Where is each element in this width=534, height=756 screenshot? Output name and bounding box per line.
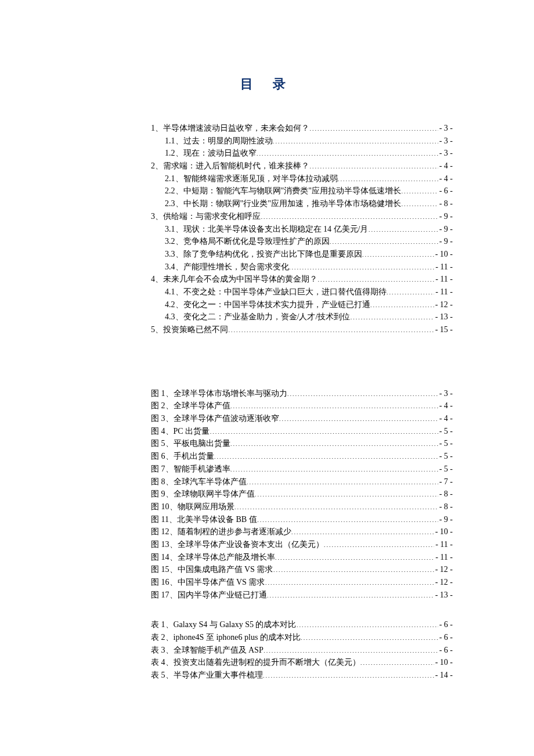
toc-entry: 图 2、全球半导体产值 - 4 - (151, 399, 453, 412)
toc-entry-label: 图 8、全球汽车半导体产值 (151, 476, 247, 488)
toc-entry-label: 表 5、半导体产业重大事件梳理 (151, 669, 263, 682)
toc-dots (230, 463, 438, 471)
toc-entry: 图 10、物联网应用场景 - 8 - (151, 501, 453, 513)
toc-dots (234, 501, 438, 509)
toc-entry-label: 图 3、全球半导体产值波动逐渐收窄 (151, 412, 279, 425)
toc-dots (267, 589, 434, 597)
toc-entry-page: - 5 - (438, 425, 453, 438)
toc-entry-label: 4、未来几年会不会成为中国半导体的黄金期？ (151, 273, 317, 286)
section-gap-small (151, 601, 453, 618)
toc-entry-page: - 8 - (438, 488, 453, 501)
toc-dots (360, 657, 434, 665)
toc-entry-page: - 6 - (438, 185, 453, 197)
toc-entry-label: 1、半导体增速波动日益收窄，未来会如何？ (151, 122, 309, 135)
toc-entry: 1、半导体增速波动日益收窄，未来会如何？ - 3 - (151, 122, 453, 135)
toc-entry-label: 3.4、产能理性增长，契合需求变化 (165, 261, 289, 273)
toc-entry-page: - 11 - (434, 551, 453, 564)
toc-entry: 2.1、智能终端需求逐渐见顶，对半导体拉动减弱 - 4 - (151, 172, 453, 185)
toc-entry-page: - 11 - (434, 286, 453, 298)
toc-entry: 图 7、智能手机渗透率 - 5 - (151, 463, 453, 476)
toc-entry-page: - 3 - (438, 135, 453, 147)
toc-entry: 图 4、PC 出货量 - 5 - (151, 425, 453, 438)
toc-entry-page: - 12 - (434, 298, 453, 311)
toc-dots (247, 476, 438, 484)
toc-entry: 4.2、变化之一：中国半导体技术实力提升，产业链已打通 - 12 - (151, 298, 453, 311)
toc-dots (255, 488, 438, 496)
toc-entry: 图 15、中国集成电路产值 VS 需求 - 12 - (151, 563, 453, 576)
toc-entry-page: - 12 - (434, 563, 453, 576)
toc-entry-page: - 3 - (438, 387, 453, 400)
toc-entry-page: - 5 - (438, 450, 453, 463)
toc-dots (330, 236, 438, 244)
toc-entry: 图 8、全球汽车半导体产值 - 7 - (151, 476, 453, 488)
toc-dots (324, 539, 435, 547)
toc-dots (273, 564, 434, 572)
toc-entry-page: - 5 - (438, 437, 453, 450)
toc-entry-page: - 10 - (434, 525, 453, 538)
toc-entry: 3.2、竞争格局不断优化是导致理性扩产的原因 - 9 - (151, 235, 453, 248)
toc-entry-page: - 3 - (438, 147, 453, 160)
toc-entry: 1.2、现在：波动日益收窄 - 3 - (151, 147, 453, 160)
toc-entry-label: 图 12、随着制程的进步参与者逐渐减少 (151, 525, 291, 538)
toc-dots (210, 426, 438, 434)
toc-entry-label: 图 1、全球半导体市场增长率与驱动力 (151, 387, 287, 400)
toc-dots (309, 160, 438, 168)
toc-entry-page: - 12 - (434, 576, 453, 589)
toc-dots (275, 552, 435, 560)
toc-entry-label: 表 3、全球智能手机产值及 ASP (151, 644, 264, 657)
toc-dots (387, 286, 435, 294)
toc-entry-page: - 9 - (438, 223, 453, 236)
toc-entry-label: 图 17、国内半导体产业链已打通 (151, 589, 267, 602)
toc-entry-label: 表 4、投资支出随着先进制程的提升而不断增大（亿美元） (151, 656, 360, 669)
toc-entry-page: - 3 - (438, 122, 453, 135)
toc-entry-label: 5、投资策略已然不同 (151, 323, 228, 336)
toc-entry-label: 4.2、变化之一：中国半导体技术实力提升，产业链已打通 (165, 298, 370, 311)
toc-content: 1、半导体增速波动日益收窄，未来会如何？ - 3 -1.1、过去：明显的周期性波… (151, 122, 453, 682)
toc-entry-label: 3、供给端：与需求变化相呼应 (151, 210, 261, 223)
toc-dots (230, 438, 438, 446)
toc-entry-page: - 10 - (434, 656, 453, 669)
toc-dots (228, 324, 434, 332)
toc-entry-page: - 8 - (438, 501, 453, 513)
toc-dots (263, 669, 434, 678)
toc-entry-label: 图 4、PC 出货量 (151, 425, 210, 438)
toc-entry: 5、投资策略已然不同 - 15 - (151, 323, 453, 336)
toc-dots (214, 451, 438, 459)
toc-entry-page: - 6 - (438, 631, 453, 644)
toc-entry: 图 11、北美半导体设备 BB 值 - 9 - (151, 513, 453, 526)
toc-entry-page: - 10 - (434, 248, 453, 261)
toc-entry: 图 9、全球物联网半导体产值 - 8 - (151, 488, 453, 501)
section-gap (151, 336, 453, 387)
toc-dots (368, 224, 438, 232)
page-container: 目 录 1、半导体增速波动日益收窄，未来会如何？ - 3 -1.1、过去：明显的… (0, 0, 534, 756)
toc-entry: 图 14、全球半导体总产能及增长率 - 11 - (151, 551, 453, 564)
toc-entry-label: 图 6、手机出货量 (151, 450, 214, 463)
toc-entry-label: 表 1、Galaxy S4 与 Galaxy S5 的成本对比 (151, 618, 296, 631)
toc-entry-label: 图 2、全球半导体产值 (151, 399, 230, 412)
toc-entry-page: - 9 - (438, 235, 453, 248)
toc-entry-label: 2.1、智能终端需求逐渐见顶，对半导体拉动减弱 (165, 172, 338, 185)
toc-dots (287, 388, 438, 396)
toc-entry: 2.2、中短期：智能汽车与物联网"消费类"应用拉动半导体低速增长 - 6 - (151, 185, 453, 197)
toc-entry-page: - 7 - (438, 476, 453, 488)
toc-entry-label: 图 10、物联网应用场景 (151, 501, 234, 513)
toc-entry: 表 1、Galaxy S4 与 Galaxy S5 的成本对比 - 6 - (151, 618, 453, 631)
toc-entry-label: 表 2、iphone4S 至 iphone6 plus 的成本对比 (151, 631, 301, 644)
toc-entry-page: - 4 - (438, 399, 453, 412)
toc-entry-label: 图 14、全球半导体总产能及增长率 (151, 551, 275, 564)
toc-dots (309, 123, 438, 131)
toc-entry-page: - 11 - (434, 273, 453, 286)
toc-dots (317, 273, 434, 282)
toc-entry-label: 图 13、全球半导体产业设备资本支出（亿美元） (151, 538, 324, 551)
page-title: 目 录 (58, 75, 476, 93)
toc-entry: 2、需求端：进入后智能机时代，谁来接棒？ - 4 - (151, 160, 453, 172)
toc-entry-page: - 6 - (438, 618, 453, 631)
toc-dots (362, 249, 434, 257)
toc-entry-page: - 4 - (438, 160, 453, 172)
toc-entry: 图 3、全球半导体产值波动逐渐收窄 - 4 - (151, 412, 453, 425)
toc-tables-list: 表 1、Galaxy S4 与 Galaxy S5 的成本对比 - 6 -表 2… (151, 618, 453, 681)
toc-dots (261, 211, 438, 219)
toc-entry: 图 1、全球半导体市场增长率与驱动力 - 3 - (151, 387, 453, 400)
toc-main-list: 1、半导体增速波动日益收窄，未来会如何？ - 3 -1.1、过去：明显的周期性波… (151, 122, 453, 336)
toc-entry-label: 图 9、全球物联网半导体产值 (151, 488, 255, 501)
